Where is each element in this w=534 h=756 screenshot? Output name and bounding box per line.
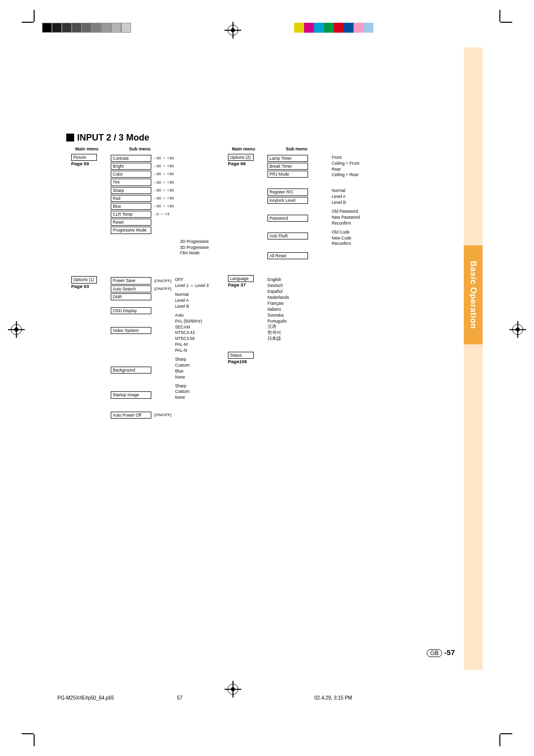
option-item: None [175, 395, 229, 401]
option-item: Normal [332, 188, 441, 194]
page-number: GB-57 [427, 648, 455, 657]
option-item: 2D Progressive [180, 239, 229, 245]
option-item: Level A [175, 298, 229, 304]
submenu-item: Lamp Timer [267, 155, 308, 162]
submenu-item: Auto Power Off [111, 412, 151, 419]
option-item: NTSC3.58 [175, 336, 229, 342]
option-item: Auto [175, 313, 229, 319]
submenu-item: Tint [111, 179, 151, 186]
title-bullet-icon [66, 134, 74, 142]
option-item: SECAM [175, 325, 229, 331]
option-item: Old Code [332, 230, 441, 236]
option-item: Español [267, 289, 332, 295]
option-item: New Code [332, 236, 441, 241]
submenu-item: Sharp [111, 187, 151, 194]
registration-mark-bottom [224, 681, 241, 698]
submenu-row: Register R/C [267, 189, 332, 195]
submenu-row: Background [111, 367, 175, 374]
submenu-row: Tint–30 ↔ +30 [111, 179, 175, 186]
option-item: Custom [175, 389, 229, 395]
submenu-row: Auto Power Off[ON/OFF] [111, 412, 175, 419]
option-item: NTSC4.43 [175, 330, 229, 336]
submenu-item: Progressive Mode [111, 227, 151, 234]
region-badge: GB [427, 649, 442, 657]
submenu-item: CLR Temp [111, 211, 151, 218]
option-item: 3D Progressive [180, 245, 229, 251]
submenu-row: CLR Temp–3 ↔ +3 [111, 211, 175, 218]
page-ref-options2: Page 96 [228, 161, 246, 166]
submenu-item: All Reset [267, 252, 308, 259]
option-item: 汉语 [267, 324, 332, 330]
page-ref-language: Page 37 [228, 282, 246, 287]
submenu-item: Video System [111, 327, 151, 334]
submenu-row: Startup Image [111, 391, 175, 398]
option-item: None [175, 375, 229, 380]
submenu-value: [ON/OFF] [154, 279, 172, 284]
submenu-item: Break Timer [267, 163, 308, 170]
option-item: Reconfirm [332, 241, 441, 247]
submenu-value: –30 ↔ +30 [154, 164, 174, 169]
submenu-row: Contrast–30 ↔ +30 [111, 155, 175, 162]
submenu-value: –3 ↔ +3 [154, 212, 169, 217]
option-item: Level 1 ↔ Level 3 [175, 283, 229, 289]
submenu-value: [ON/OFF] [154, 286, 172, 291]
submenu-item: DNR [111, 293, 151, 300]
option-item: Level A [332, 194, 441, 200]
side-strip [464, 47, 483, 670]
registration-mark-left [8, 321, 25, 338]
submenu-value: –30 ↔ +30 [154, 204, 174, 209]
submenu-row: All Reset [267, 252, 332, 259]
submenu-value: –30 ↔ +30 [154, 156, 174, 161]
main-language: Language [228, 275, 254, 282]
option-item: PAL-N [175, 348, 229, 354]
option-item: Sharp [175, 383, 229, 389]
col-sub-label: Sub menu [129, 146, 151, 152]
submenu-row: Bright–30 ↔ +30 [111, 163, 175, 170]
main-picture: Picture [71, 154, 97, 161]
submenu-row: Keylock Level [267, 197, 332, 204]
option-item: Ceiling + Front [332, 161, 441, 167]
main-options1: Options (1) [71, 276, 97, 283]
section-tab: Basic Operation [464, 245, 483, 344]
option-item: Old Password [332, 209, 441, 215]
submenu-item: OSD Display [111, 307, 151, 314]
submenu-item: Background [111, 367, 151, 374]
submenu-item: Color [111, 171, 151, 178]
submenu-row: Anti-Theft [267, 233, 332, 239]
submenu-item: Bright [111, 163, 151, 170]
submenu-item: Anti-Theft [267, 233, 308, 239]
submenu-item: Password [267, 215, 308, 222]
option-item: 日本語 [267, 336, 332, 342]
col-sub-label: Sub menu [286, 146, 308, 152]
option-item: Italiano [267, 307, 332, 313]
option-item: Level B [332, 200, 441, 206]
submenu-item: Register R/C [267, 189, 308, 195]
page-ref-status: Page106 [228, 359, 247, 364]
footer-timestamp: 02.4.29, 3:15 PM [314, 695, 352, 701]
submenu-row: Reset [111, 219, 175, 226]
menu-tree-right: Main menu Sub menu Options (2) Page 96 L… [228, 146, 441, 369]
option-item: PAL (50/60Hz) [175, 319, 229, 325]
submenu-row: Color–30 ↔ +30 [111, 171, 175, 178]
submenu-item: Reset [111, 219, 151, 226]
page-ref-picture: Page 59 [71, 161, 89, 166]
submenu-row: Auto Search[ON/OFF] [111, 285, 175, 292]
option-item: Svenska [267, 313, 332, 319]
option-item: OFF [175, 277, 229, 283]
option-item: PAL-M [175, 342, 229, 348]
submenu-row: Sharp–30 ↔ +30 [111, 187, 175, 194]
page-ref-options1: Page 93 [71, 284, 89, 289]
submenu-item: Contrast [111, 155, 151, 162]
section-title-text: INPUT 2 / 3 Mode [77, 133, 149, 142]
option-item: Film Mode [180, 250, 229, 256]
submenu-row: Power Save[ON/OFF] [111, 277, 175, 284]
submenu-value: –30 ↔ +30 [154, 188, 174, 193]
option-item: 한국어 [267, 330, 332, 336]
option-item: Level B [175, 304, 229, 310]
option-item: Custom [175, 363, 229, 369]
submenu-row: Blue–30 ↔ +30 [111, 203, 175, 210]
submenu-value: [ON/OFF] [154, 413, 172, 418]
option-item: Français [267, 301, 332, 307]
option-item: Blue [175, 369, 229, 375]
option-item: New Password [332, 215, 441, 221]
